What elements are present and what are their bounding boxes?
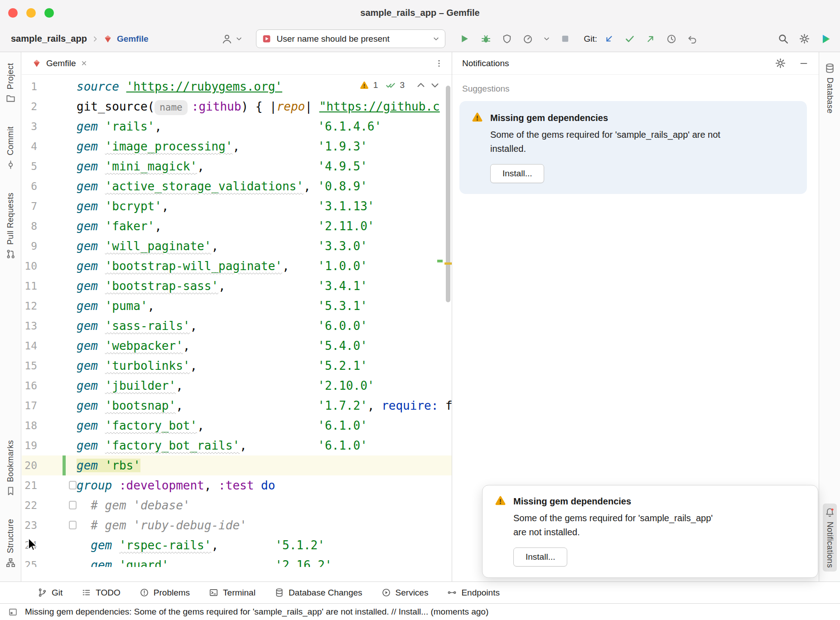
- next-problem-icon[interactable]: [430, 80, 440, 90]
- minimize-window-button[interactable]: [26, 8, 36, 18]
- code-line-5[interactable]: 5gem 'mini_magick', '4.9.5': [22, 156, 452, 176]
- gutter-zone[interactable]: [37, 256, 77, 276]
- line-number[interactable]: 16: [22, 376, 37, 396]
- line-number[interactable]: 5: [22, 156, 37, 176]
- code-line-18[interactable]: 18gem 'factory_bot', '6.1.0': [22, 416, 452, 436]
- line-number[interactable]: 20: [22, 455, 37, 475]
- gutter-zone[interactable]: [37, 396, 77, 416]
- code-line-15[interactable]: 15gem 'turbolinks', '5.2.1': [22, 356, 452, 376]
- code-line-14[interactable]: 14gem 'webpacker', '5.4.0': [22, 336, 452, 356]
- gutter-zone[interactable]: [37, 77, 77, 97]
- tab-gemfile[interactable]: Gemfile: [32, 52, 94, 74]
- code-line-10[interactable]: 10gem 'bootstrap-will_paginate', '1.0.0': [22, 256, 452, 276]
- inspections-widget[interactable]: 1 3: [357, 79, 443, 91]
- user-widget[interactable]: [221, 33, 242, 45]
- line-number[interactable]: 1: [22, 77, 37, 97]
- run-icon[interactable]: [459, 33, 470, 44]
- install-button[interactable]: Install...: [490, 164, 544, 183]
- toolwindow-button-notifications[interactable]: Notifications: [823, 504, 837, 572]
- tool-button-todo[interactable]: TODO: [72, 582, 130, 603]
- line-number[interactable]: 12: [22, 296, 37, 316]
- gutter-zone[interactable]: [37, 276, 77, 296]
- toast-install-button[interactable]: Install...: [513, 547, 567, 567]
- fold-marker[interactable]: [69, 481, 77, 489]
- line-number[interactable]: 6: [22, 176, 37, 196]
- code-line-24[interactable]: 24 gem 'rspec-rails', '5.1.2': [22, 535, 452, 555]
- gutter-zone[interactable]: [37, 356, 77, 376]
- coverage-icon[interactable]: [502, 34, 512, 44]
- project-name[interactable]: sample_rails_app: [11, 34, 87, 44]
- fold-marker[interactable]: [69, 521, 77, 529]
- rollback-icon[interactable]: [687, 34, 698, 44]
- line-number[interactable]: 22: [22, 495, 37, 515]
- gutter-zone[interactable]: [37, 136, 77, 156]
- gutter-zone[interactable]: [37, 475, 77, 495]
- gutter-zone[interactable]: [37, 436, 77, 455]
- push-icon[interactable]: [645, 34, 656, 44]
- toolwindow-button-project[interactable]: Project: [4, 59, 18, 107]
- history-icon[interactable]: [666, 34, 677, 44]
- settings-icon[interactable]: [799, 33, 810, 44]
- gutter-zone[interactable]: [37, 116, 77, 136]
- gutter-zone[interactable]: [37, 495, 77, 515]
- search-icon[interactable]: [777, 33, 789, 44]
- code-line-8[interactable]: 8gem 'faker', '2.11.0': [22, 216, 452, 236]
- stop-icon[interactable]: [560, 34, 570, 44]
- code-line-7[interactable]: 7gem 'bcrypt', '3.1.13': [22, 196, 452, 216]
- toolwindow-button-database[interactable]: Database: [823, 59, 837, 117]
- prev-problem-icon[interactable]: [416, 80, 426, 90]
- gutter-zone[interactable]: [37, 156, 77, 176]
- gutter-zone[interactable]: [37, 236, 77, 256]
- hide-panel-icon[interactable]: [799, 58, 809, 68]
- line-number[interactable]: 17: [22, 396, 37, 416]
- line-number[interactable]: 18: [22, 416, 37, 436]
- gutter-zone[interactable]: [37, 455, 77, 475]
- line-number[interactable]: 10: [22, 256, 37, 276]
- status-message[interactable]: Missing gem dependencies: Some of the ge…: [25, 607, 488, 617]
- code-line-23[interactable]: 23 # gem 'ruby-debug-ide': [22, 515, 452, 535]
- tool-button-problems[interactable]: Problems: [130, 582, 199, 603]
- code-line-4[interactable]: 4gem 'image_processing', '1.9.3': [22, 136, 452, 156]
- gutter-zone[interactable]: [37, 416, 77, 436]
- scrollbar-warning-mark[interactable]: [444, 262, 452, 265]
- update-project-icon[interactable]: [603, 34, 614, 44]
- gutter-zone[interactable]: [37, 196, 77, 216]
- gutter-zone[interactable]: [37, 176, 77, 196]
- code-line-2[interactable]: 2git_source(name:github) { |repo| "https…: [22, 97, 452, 116]
- toolwindow-button-pull-requests[interactable]: Pull Requests: [4, 189, 18, 263]
- line-number[interactable]: 23: [22, 515, 37, 535]
- tool-button-terminal[interactable]: Terminal: [199, 582, 265, 603]
- ai-gradient-icon[interactable]: [820, 33, 832, 45]
- code-line-6[interactable]: 6gem 'active_storage_validations', '0.8.…: [22, 176, 452, 196]
- tool-button-endpoints[interactable]: Endpoints: [438, 582, 509, 603]
- line-number[interactable]: 13: [22, 316, 37, 336]
- gutter-zone[interactable]: [37, 296, 77, 316]
- gutter-zone[interactable]: [37, 336, 77, 356]
- line-number[interactable]: 25: [22, 555, 37, 567]
- line-number[interactable]: 11: [22, 276, 37, 296]
- breadcrumb-file[interactable]: Gemfile: [117, 34, 149, 44]
- profiler-icon[interactable]: [522, 34, 533, 44]
- notifications-settings-icon[interactable]: [775, 58, 786, 69]
- code-line-22[interactable]: 22 # gem 'debase': [22, 495, 452, 515]
- line-number[interactable]: 4: [22, 136, 37, 156]
- zoom-window-button[interactable]: [44, 8, 54, 18]
- gutter-zone[interactable]: [37, 555, 77, 567]
- tool-button-database-changes[interactable]: Database Changes: [265, 582, 372, 603]
- code-line-20[interactable]: 20gem 'rbs': [22, 455, 452, 475]
- toolwindow-button-bookmarks[interactable]: Bookmarks: [4, 436, 18, 500]
- toolwindow-button-structure[interactable]: Structure: [4, 515, 18, 572]
- line-number[interactable]: 21: [22, 475, 37, 495]
- tab-options-icon[interactable]: [434, 59, 444, 68]
- code-line-9[interactable]: 9gem 'will_paginate', '3.3.0': [22, 236, 452, 256]
- code-line-25[interactable]: 25 gem 'guard', '2.16.2': [22, 555, 452, 567]
- editor-scrollbar[interactable]: [446, 86, 450, 302]
- code-line-13[interactable]: 13gem 'sass-rails', '6.0.0': [22, 316, 452, 336]
- line-number[interactable]: 9: [22, 236, 37, 256]
- line-number[interactable]: 8: [22, 216, 37, 236]
- code-line-19[interactable]: 19gem 'factory_bot_rails', '6.1.0': [22, 436, 452, 455]
- line-number[interactable]: 3: [22, 116, 37, 136]
- chevron-down-icon[interactable]: [543, 35, 550, 42]
- tool-button-services[interactable]: Services: [372, 582, 438, 603]
- line-number[interactable]: 15: [22, 356, 37, 376]
